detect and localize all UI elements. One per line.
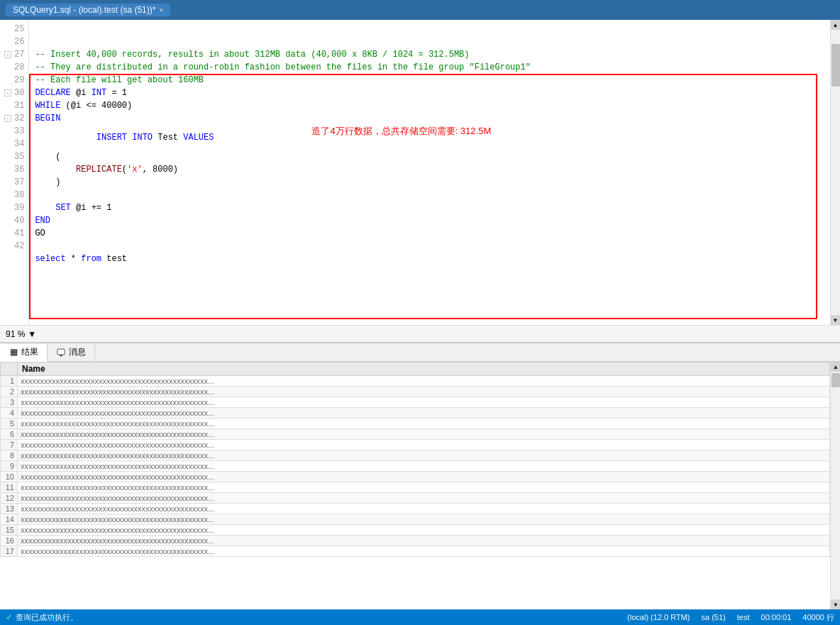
line-num: -30 — [4, 87, 24, 99]
table-row: 2xxxxxxxxxxxxxxxxxxxxxxxxxxxxxxxxxxxxxxx… — [1, 387, 830, 397]
line-num: 29 — [4, 74, 24, 87]
status-database: test — [737, 613, 750, 621]
row-number: 11 — [1, 482, 18, 493]
close-tab-button[interactable]: × — [159, 6, 163, 14]
tab-area: SQLQuery1.sql - (local).test (sa (51))* … — [6, 4, 170, 16]
row-number: 15 — [1, 525, 18, 536]
row-value: xxxxxxxxxxxxxxxxxxxxxxxxxxxxxxxxxxxxxxxx… — [18, 408, 830, 419]
row-value: xxxxxxxxxxxxxxxxxxxxxxxxxxxxxxxxxxxxxxxx… — [18, 514, 830, 525]
svg-marker-1 — [59, 355, 63, 357]
line-num: -27 — [4, 48, 24, 61]
results-scroll-thumb[interactable] — [831, 373, 840, 387]
line-num: 25 — [4, 23, 24, 35]
editor-scrollbar[interactable]: ▲ ▼ — [830, 20, 840, 325]
results-panel: ▦ 结果 消息 Name — [0, 342, 840, 609]
code-line-27: -- Insert 40,000 records, results in abo… — [35, 48, 824, 61]
status-left: ✓ 查询已成功执行。 — [6, 612, 78, 623]
code-line-36: ) — [35, 176, 824, 189]
row-number: 9 — [1, 461, 18, 472]
row-number: 3 — [1, 397, 18, 408]
table-row: 8xxxxxxxxxxxxxxxxxxxxxxxxxxxxxxxxxxxxxxx… — [1, 450, 830, 461]
code-line-41 — [35, 240, 824, 253]
scroll-down-button[interactable]: ▼ — [831, 315, 841, 325]
table-row: 1xxxxxxxxxxxxxxxxxxxxxxxxxxxxxxxxxxxxxxx… — [1, 376, 830, 387]
row-number: 6 — [1, 429, 18, 440]
fold-button[interactable]: - — [4, 89, 11, 96]
status-server: (local) (12.0 RTM) — [627, 613, 690, 621]
table-row: 10xxxxxxxxxxxxxxxxxxxxxxxxxxxxxxxxxxxxxx… — [1, 472, 830, 482]
table-row: 9xxxxxxxxxxxxxxxxxxxxxxxxxxxxxxxxxxxxxxx… — [1, 461, 830, 472]
scroll-up-button[interactable]: ▲ — [831, 20, 841, 30]
status-right: (local) (12.0 RTM) sa (51) test 00:00:01… — [627, 612, 834, 623]
scroll-thumb[interactable] — [831, 44, 840, 87]
line-num: 37 — [4, 176, 24, 189]
results-grid-icon: ▦ — [9, 347, 18, 357]
row-number: 14 — [1, 514, 18, 525]
table-row: 3xxxxxxxxxxxxxxxxxxxxxxxxxxxxxxxxxxxxxxx… — [1, 397, 830, 408]
table-row: 16xxxxxxxxxxxxxxxxxxxxxxxxxxxxxxxxxxxxxx… — [1, 536, 830, 546]
row-value: xxxxxxxxxxxxxxxxxxxxxxxxxxxxxxxxxxxxxxxx… — [18, 376, 830, 387]
scroll-track[interactable] — [831, 30, 841, 315]
fold-button[interactable]: - — [4, 51, 11, 58]
results-scroll-track[interactable] — [831, 372, 840, 599]
results-scroll-up[interactable]: ▲ — [831, 362, 840, 372]
status-user: sa (51) — [702, 613, 726, 621]
line-num: 41 — [4, 227, 24, 240]
code-line-33: INSERT INTO Test VALUES 造了4万行数据，总共存储空间需要… — [35, 125, 824, 150]
line-num: 38 — [4, 189, 24, 201]
results-tabs: ▦ 结果 消息 — [0, 343, 840, 362]
row-value: xxxxxxxxxxxxxxxxxxxxxxxxxxxxxxxxxxxxxxxx… — [18, 472, 830, 482]
code-line-34: ( — [35, 150, 824, 163]
code-line-39: END — [35, 214, 824, 227]
tab-label: SQLQuery1.sql - (local).test (sa (51))* — [13, 5, 155, 15]
check-icon: ✓ — [6, 612, 13, 622]
code-line-26 — [35, 35, 824, 48]
row-num-header — [1, 363, 18, 376]
results-scrollbar[interactable]: ▲ ▼ — [830, 362, 840, 609]
line-num: 35 — [4, 150, 24, 163]
line-num: 36 — [4, 163, 24, 176]
code-line-35: REPLICATE('x', 8000) — [35, 163, 824, 176]
code-line-37 — [35, 189, 824, 201]
row-value: xxxxxxxxxxxxxxxxxxxxxxxxxxxxxxxxxxxxxxxx… — [18, 397, 830, 408]
zoom-dropdown-icon[interactable]: ▼ — [28, 329, 36, 339]
code-line-28: -- They are distributed in a round-robin… — [35, 61, 824, 74]
column-header-name: Name — [18, 363, 830, 376]
line-num: 33 — [4, 125, 24, 138]
row-value: xxxxxxxxxxxxxxxxxxxxxxxxxxxxxxxxxxxxxxxx… — [18, 387, 830, 397]
status-bar: ✓ 查询已成功执行。 (local) (12.0 RTM) sa (51) te… — [0, 609, 840, 625]
row-number: 13 — [1, 504, 18, 514]
row-value: xxxxxxxxxxxxxxxxxxxxxxxxxxxxxxxxxxxxxxxx… — [18, 419, 830, 429]
table-row: 5xxxxxxxxxxxxxxxxxxxxxxxxxxxxxxxxxxxxxxx… — [1, 419, 830, 429]
line-numbers: 25 26 -27 28 29 -30 31 -32 33 34 35 36 3… — [0, 20, 29, 325]
row-value: xxxxxxxxxxxxxxxxxxxxxxxxxxxxxxxxxxxxxxxx… — [18, 440, 830, 450]
table-row: 7xxxxxxxxxxxxxxxxxxxxxxxxxxxxxxxxxxxxxxx… — [1, 440, 830, 450]
code-content[interactable]: -- Insert 40,000 records, results in abo… — [29, 20, 830, 325]
row-value: xxxxxxxxxxxxxxxxxxxxxxxxxxxxxxxxxxxxxxxx… — [18, 450, 830, 461]
line-num: 39 — [4, 201, 24, 214]
row-value: xxxxxxxxxxxxxxxxxxxxxxxxxxxxxxxxxxxxxxxx… — [18, 429, 830, 440]
tab-results[interactable]: ▦ 结果 — [0, 344, 48, 362]
code-line-42: select * from test — [35, 253, 824, 265]
zoom-bar: 91 % ▼ — [0, 325, 840, 342]
query-tab[interactable]: SQLQuery1.sql - (local).test (sa (51))* … — [6, 4, 170, 16]
table-row: 15xxxxxxxxxxxxxxxxxxxxxxxxxxxxxxxxxxxxxx… — [1, 525, 830, 536]
row-number: 4 — [1, 408, 18, 419]
results-scroll-down[interactable]: ▼ — [831, 599, 840, 609]
results-table-container[interactable]: Name 1xxxxxxxxxxxxxxxxxxxxxxxxxxxxxxxxxx… — [0, 362, 830, 609]
svg-rect-0 — [57, 349, 65, 355]
table-row: 12xxxxxxxxxxxxxxxxxxxxxxxxxxxxxxxxxxxxxx… — [1, 493, 830, 504]
line-num: 42 — [4, 240, 24, 253]
table-row: 17xxxxxxxxxxxxxxxxxxxxxxxxxxxxxxxxxxxxxx… — [1, 546, 830, 557]
results-table: Name 1xxxxxxxxxxxxxxxxxxxxxxxxxxxxxxxxxx… — [0, 362, 830, 557]
line-num: 28 — [4, 61, 24, 74]
table-row: 14xxxxxxxxxxxxxxxxxxxxxxxxxxxxxxxxxxxxxx… — [1, 514, 830, 525]
status-rows: 40000 行 — [802, 612, 834, 623]
code-editor[interactable]: 25 26 -27 28 29 -30 31 -32 33 34 35 36 3… — [0, 20, 840, 325]
row-number: 8 — [1, 450, 18, 461]
code-line-40: GO — [35, 227, 824, 240]
messages-icon — [56, 348, 66, 358]
line-num: 26 — [4, 35, 24, 48]
fold-button[interactable]: - — [4, 115, 11, 122]
tab-messages[interactable]: 消息 — [48, 344, 95, 360]
